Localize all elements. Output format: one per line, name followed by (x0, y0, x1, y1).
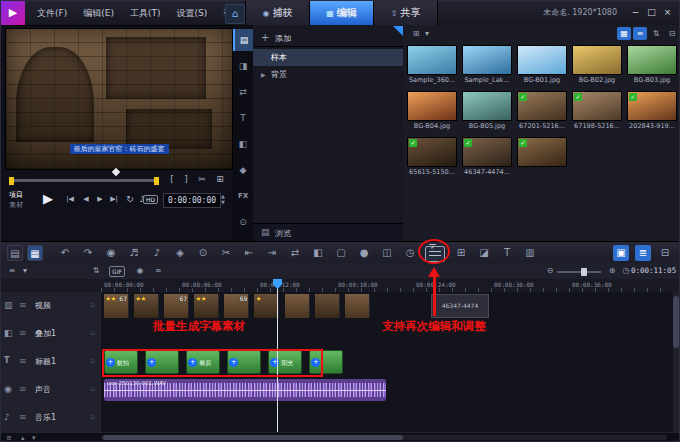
nav-media-icon[interactable]: ▤ (233, 29, 253, 51)
track-mute-icon[interactable]: ▫ (90, 329, 95, 337)
filmstrip-button[interactable]: ▥ (522, 245, 538, 261)
media-thumbnail[interactable]: ✓BG-B03.jpg (627, 45, 677, 84)
preview-timecode[interactable]: 0:00:00:00 (163, 193, 221, 208)
music-track-header[interactable]: ♪ ≡ 音乐1 ▫ (1, 404, 102, 432)
prev-frame-button[interactable]: ◀ (79, 195, 93, 203)
video-track-header[interactable]: ▥ ≡ 视频 ▫ (1, 292, 102, 320)
split-clip-icon[interactable]: ✂ (195, 174, 209, 184)
multicam-editor-button[interactable]: ◫ (379, 245, 395, 261)
play-button[interactable]: ▶ (43, 191, 53, 206)
video-preview[interactable]: 最后的皇家官窑：砖石的盛宴 (5, 28, 233, 170)
tab-capture[interactable]: ◉捕获 (245, 1, 310, 25)
add-folder-row[interactable]: + 添加 (253, 29, 403, 47)
vertical-scrollbar[interactable] (673, 292, 679, 432)
trim-handle-end[interactable] (154, 177, 159, 185)
list-view-icon[interactable]: ≡ (633, 27, 647, 40)
gif-creator-button[interactable]: GIF (109, 266, 125, 277)
nav-graphic-icon[interactable]: ◆ (233, 159, 253, 181)
voice-track-header[interactable]: ◉ ≡ 声音 ▫ (1, 376, 102, 404)
nav-title-icon[interactable]: T (233, 107, 253, 129)
nav-filter-icon[interactable]: FX (233, 185, 253, 207)
menu-settings[interactable]: 设置(S) (168, 7, 215, 20)
menu-edit[interactable]: 编辑(E) (75, 7, 122, 20)
toolbar-settings-button[interactable]: ⊟ (657, 245, 673, 261)
video-clip-frame[interactable]: ★★ (194, 294, 219, 318)
vertical-scroll-thumb[interactable] (673, 296, 679, 348)
hd-badge[interactable]: HD (143, 195, 158, 204)
video-clip-frame[interactable]: ★★67 (104, 294, 129, 318)
chroma-key-button[interactable]: ◧ (310, 245, 326, 261)
video-clip-frame[interactable]: 69 (224, 294, 249, 318)
track-options-icon[interactable]: ≡ (19, 356, 27, 366)
media-thumbnail[interactable]: ✓BG-B04.jpg (407, 91, 457, 130)
tab-share[interactable]: ⇧共享 (373, 1, 438, 25)
batch-convert-button[interactable]: ≣ (635, 245, 651, 261)
media-thumbnail[interactable]: ✓65615-5150... (407, 137, 457, 176)
overlay-track-header[interactable]: ◧ ≡ 叠加1 ▫ (1, 320, 102, 348)
horizontal-scroll-thumb[interactable] (103, 435, 403, 440)
split-screen-template-button[interactable]: ⊞ (453, 245, 469, 261)
enlarge-preview-icon[interactable]: ⊞ (213, 174, 227, 184)
wireless-import-button[interactable]: ◈ (172, 245, 188, 261)
browse-row[interactable]: ▤ 浏览 (253, 223, 403, 241)
music-track-content[interactable] (101, 404, 680, 432)
time-remap-button[interactable]: ◷ (402, 245, 418, 261)
menu-tools[interactable]: 工具(T) (122, 7, 169, 20)
menu-file[interactable]: 文件(F) (29, 7, 75, 20)
video-track-content[interactable]: ★★67 ★★ 67 ★★ 69 ★ 46347-4474 (101, 292, 680, 320)
nav-transition-icon[interactable]: ⇄ (233, 81, 253, 103)
video-clip-frame[interactable] (285, 294, 310, 318)
maximize-button[interactable]: □ (644, 5, 659, 20)
zoom-slider[interactable] (557, 271, 601, 273)
motion-tracking-button[interactable]: ⊙ (195, 245, 211, 261)
folder-dropdown-icon[interactable]: ▾ (423, 27, 431, 40)
media-thumbnail[interactable]: ✓46347-4474... (462, 137, 512, 176)
pan-zoom-button[interactable]: ▢ (333, 245, 349, 261)
media-thumbnail[interactable]: ✓ (517, 137, 567, 168)
media-thumbnail[interactable]: ✓BG-B05.jpg (462, 91, 512, 130)
track-mute-icon[interactable]: ▫ (90, 301, 95, 309)
video-clip-frame[interactable]: ★ (254, 294, 279, 318)
video-clip-frame[interactable]: 67 (164, 294, 189, 318)
mask-creator-button[interactable]: ◪ (476, 245, 492, 261)
media-thumbnail[interactable]: ✓67198-5216... (572, 91, 622, 130)
mark-in-icon[interactable]: [ (165, 174, 179, 184)
smart-proxy-button[interactable]: ▣ (613, 245, 629, 261)
media-thumbnail[interactable]: ✓BG-B02.jpg (572, 45, 622, 84)
nav-motion-icon[interactable]: ⊙ (233, 211, 253, 233)
timeline-ruler[interactable]: 00:00:00:00 00:00:06:00 00:00:12:00 00:0… (1, 279, 680, 293)
mode-clip-label[interactable]: 素材 (9, 200, 23, 210)
voice-track-content[interactable]: uvs-250130-001.WAV (101, 376, 680, 404)
track-mute-icon[interactable]: ▫ (90, 413, 95, 421)
redo-button[interactable]: ↷ (80, 245, 96, 261)
add-track-icon[interactable]: ⇅ (89, 265, 103, 277)
storyboard-view-button[interactable]: ▤ (7, 245, 23, 261)
auto-music-button[interactable]: ♪ (149, 245, 165, 261)
close-button[interactable]: × (660, 5, 675, 20)
video-clip-46347[interactable]: 46347-4474 (431, 294, 489, 318)
audio-clip[interactable]: uvs-250130-001.WAV (104, 379, 386, 401)
home-button[interactable]: ⌂ (225, 4, 245, 24)
tab-edit[interactable]: ▦编辑 (309, 1, 374, 25)
trim-bar[interactable] (9, 179, 159, 182)
zoom-slider-knob[interactable] (581, 268, 587, 276)
track-list-button[interactable]: ≡ (6, 434, 12, 442)
go-end-button[interactable]: ▶| (107, 195, 121, 203)
link-clips-icon[interactable]: ∞ (151, 265, 165, 277)
import-folder-icon[interactable]: ⊞ (409, 27, 423, 40)
track-mute-icon[interactable]: ▫ (90, 385, 95, 393)
ripple-edit-button[interactable]: ⇄ (287, 245, 303, 261)
media-thumbnail[interactable]: ✓Sample_360... (407, 45, 457, 84)
trim-handle-start[interactable] (9, 177, 14, 185)
scroll-down-button[interactable]: ▾ (32, 434, 36, 442)
track-manager-icon[interactable]: ≡ (5, 265, 19, 277)
track-dropdown-icon[interactable]: ▾ (21, 265, 29, 277)
video-clip-frame[interactable] (345, 294, 370, 318)
title-track-header[interactable]: T ≡ 标题1 ▫ (1, 348, 102, 376)
voiceover-button[interactable]: ● (356, 245, 372, 261)
video-clip-frame[interactable]: ★★ (134, 294, 159, 318)
media-thumbnail[interactable]: ✓Sample_Lak... (462, 45, 512, 84)
track-mute-icon[interactable]: ▫ (90, 357, 95, 365)
trim-start-button[interactable]: ⇤ (241, 245, 257, 261)
minimize-button[interactable]: − (628, 5, 643, 20)
